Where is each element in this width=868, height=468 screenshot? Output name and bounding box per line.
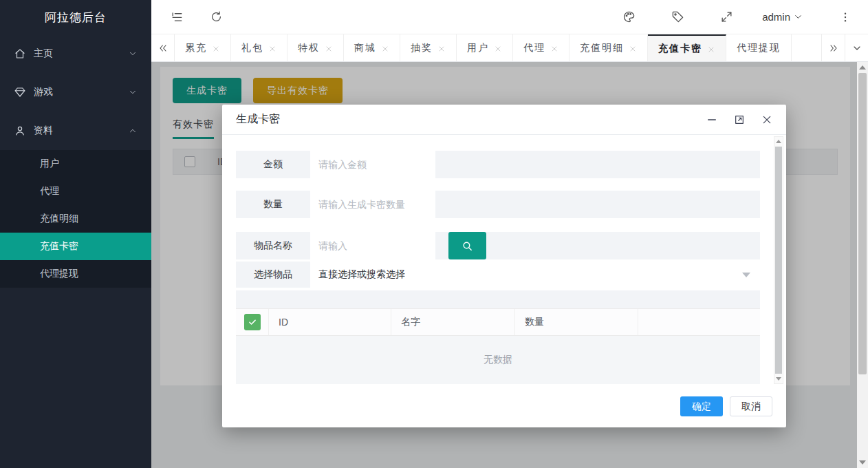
modal-scrollbar-thumb[interactable] — [775, 147, 782, 374]
search-icon — [462, 240, 473, 252]
topbar-right: admin — [587, 10, 851, 23]
tab-label: 代理提现 — [737, 42, 781, 54]
kebab-menu-icon[interactable] — [839, 11, 851, 23]
generate-card-key-modal: 生成卡密 金额 — [222, 105, 786, 427]
quantity-input[interactable] — [310, 191, 435, 218]
sidebar-item-label: 游戏 — [34, 86, 128, 98]
close-icon[interactable] — [494, 44, 502, 52]
sidebar-item-agent-withdrawal[interactable]: 代理提现 — [0, 260, 151, 288]
sidebar-item-agents[interactable]: 代理 — [0, 178, 151, 205]
tab-label: 用户 — [467, 42, 489, 54]
sidebar-item-label: 主页 — [34, 47, 128, 60]
tab-daili[interactable]: 代理 — [513, 34, 569, 61]
tab-label: 礼包 — [241, 42, 263, 54]
topbar-left — [171, 10, 223, 23]
modal-table-header: ID 名字 数量 — [236, 308, 760, 336]
tabs-dropdown-icon[interactable] — [845, 34, 868, 61]
item-select[interactable]: 直接选择或搜索选择 — [310, 262, 760, 288]
checkbox-checked-icon[interactable] — [244, 314, 261, 330]
select-item-field-row: 选择物品 直接选择或搜索选择 — [236, 262, 760, 288]
modal-scrollbar[interactable] — [774, 136, 783, 384]
home-icon — [14, 47, 26, 60]
modal-footer: 确定 取消 — [222, 385, 786, 427]
palette-icon[interactable] — [622, 10, 636, 23]
close-icon[interactable] — [437, 44, 446, 52]
column-header-name: 名字 — [391, 309, 515, 335]
tab-label: 代理 — [523, 42, 545, 54]
tab-yonghu[interactable]: 用户 — [457, 34, 513, 61]
quantity-field-row: 数量 — [236, 191, 760, 218]
scroll-down-icon[interactable] — [859, 460, 866, 465]
refresh-icon[interactable] — [210, 10, 223, 23]
tab-choujiang[interactable]: 抽奖 — [400, 34, 457, 61]
spacer-band — [236, 290, 760, 308]
tabbar: 累充 礼包 特权 商城 抽奖 用户 代理 充值明细 充值卡密 代理提现 — [151, 34, 868, 62]
close-icon[interactable] — [325, 44, 333, 52]
page-scrollbar[interactable] — [857, 62, 868, 468]
tab-chongzhikami[interactable]: 充值卡密 — [648, 34, 726, 61]
close-icon[interactable] — [707, 45, 715, 53]
close-icon[interactable] — [381, 44, 389, 52]
app-title: 阿拉德后台 — [0, 0, 151, 34]
item-name-input[interactable] — [310, 232, 435, 259]
tab-chongzhimingxi[interactable]: 充值明细 — [569, 34, 648, 61]
tag-icon[interactable] — [671, 10, 684, 23]
tab-leichong[interactable]: 累充 — [175, 34, 231, 61]
search-button[interactable] — [448, 232, 486, 259]
tab-tequan[interactable]: 特权 — [287, 34, 344, 61]
tabbar-spacer — [792, 34, 821, 61]
tab-label: 累充 — [185, 42, 207, 54]
page-scrollbar-thumb[interactable] — [858, 73, 867, 374]
user-menu[interactable]: admin — [762, 11, 803, 23]
sidebar-item-users[interactable]: 用户 — [0, 150, 151, 178]
topbar: admin — [151, 0, 868, 34]
quantity-label: 数量 — [236, 191, 310, 218]
content-area: 生成卡密 导出有效卡密 有效卡密 ID 生成卡密 — [151, 62, 857, 468]
main-area: admin 累充 礼包 特权 商城 抽奖 用户 代理 充值明细 — [151, 0, 868, 468]
tab-label: 抽奖 — [411, 42, 433, 54]
sidebar-item-data[interactable]: 资料 — [0, 111, 151, 150]
select-item-label: 选择物品 — [236, 262, 310, 288]
modal-header: 生成卡密 — [222, 105, 786, 135]
tab-shangcheng[interactable]: 商城 — [344, 34, 400, 61]
tabs-scroll-right-icon[interactable] — [821, 34, 845, 61]
cancel-button[interactable]: 取消 — [730, 396, 772, 416]
confirm-button[interactable]: 确定 — [680, 396, 723, 416]
tab-label: 充值卡密 — [658, 43, 702, 55]
modal-controls — [706, 114, 772, 125]
chevron-up-icon — [128, 126, 138, 136]
close-icon[interactable] — [550, 44, 558, 52]
close-icon[interactable] — [761, 114, 772, 125]
sidebar-item-recharge-cards[interactable]: 充值卡密 — [0, 233, 151, 260]
amount-input[interactable] — [310, 151, 435, 178]
column-header-empty — [638, 309, 760, 335]
close-icon[interactable] — [212, 44, 220, 52]
scroll-down-icon[interactable] — [776, 377, 781, 381]
maximize-icon[interactable] — [734, 114, 745, 125]
item-name-label: 物品名称 — [236, 232, 310, 259]
tabs-scroll-left-icon[interactable] — [151, 34, 175, 61]
column-header-id: ID — [269, 309, 391, 335]
amount-field-row: 金额 — [236, 151, 760, 178]
scroll-up-icon[interactable] — [859, 65, 866, 70]
collapse-menu-icon[interactable] — [171, 10, 184, 23]
close-icon[interactable] — [268, 44, 276, 52]
scroll-up-icon[interactable] — [776, 140, 781, 143]
tab-label: 商城 — [354, 42, 376, 54]
sidebar-item-recharge-details[interactable]: 充值明细 — [0, 205, 151, 233]
sidebar-item-games[interactable]: 游戏 — [0, 73, 151, 111]
minimize-icon[interactable] — [706, 114, 717, 125]
column-header-qty: 数量 — [515, 309, 638, 335]
chevron-down-icon — [793, 12, 803, 22]
close-icon[interactable] — [629, 44, 637, 52]
user-name: admin — [762, 11, 790, 23]
sidebar: 阿拉德后台 主页 游戏 资料 — [0, 0, 151, 468]
tab-dailitixian[interactable]: 代理提现 — [726, 34, 792, 61]
sidebar-item-label: 资料 — [34, 125, 128, 137]
tab-label: 充值明细 — [580, 42, 624, 54]
empty-table-message: 无数据 — [236, 336, 760, 384]
sidebar-item-home[interactable]: 主页 — [0, 34, 151, 73]
tab-libao[interactable]: 礼包 — [231, 34, 287, 61]
item-select-value: 直接选择或搜索选择 — [318, 268, 405, 281]
fullscreen-icon[interactable] — [720, 10, 733, 23]
